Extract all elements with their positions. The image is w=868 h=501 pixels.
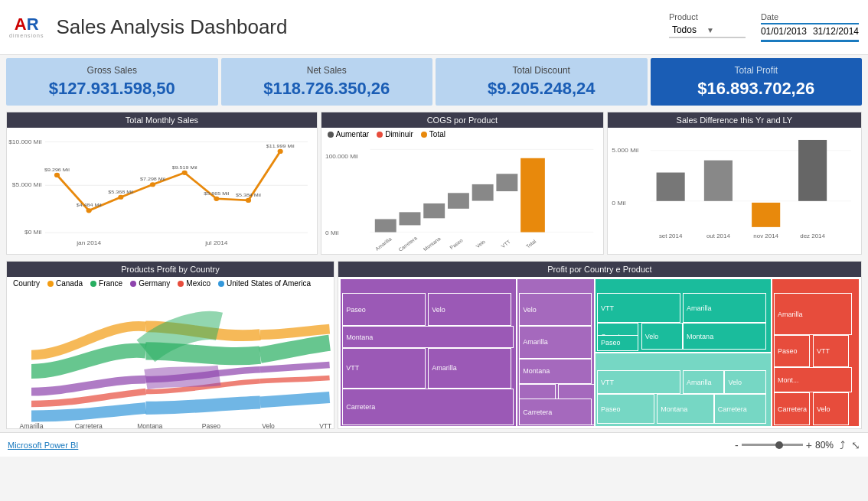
treemap-germany-amarilla: Amarilla bbox=[519, 326, 592, 359]
kpi-row: Gross Sales $127.931.598,50 Net Sales $1… bbox=[0, 55, 868, 109]
monthly-sales-svg: $10.000 Mil $5.000 Mil $0 Mil bbox=[7, 128, 317, 254]
monthly-sales-title: Total Monthly Sales bbox=[7, 112, 317, 128]
svg-text:Montana: Montana bbox=[422, 236, 442, 252]
svg-text:Velo: Velo bbox=[262, 422, 275, 428]
share-icon[interactable]: ⤴ bbox=[840, 439, 845, 451]
treemap-france-paseo: Paseo bbox=[342, 293, 426, 326]
svg-text:$0 Mil: $0 Mil bbox=[24, 229, 41, 236]
svg-rect-46 bbox=[656, 173, 684, 201]
svg-text:Total: Total bbox=[524, 239, 537, 249]
svg-text:0 Mil: 0 Mil bbox=[325, 229, 339, 236]
kpi-total-discount: Total Discount $9.205.248,24 bbox=[436, 58, 648, 106]
svg-text:dez 2014: dez 2014 bbox=[800, 233, 825, 239]
legend-aumentar: Aumentar bbox=[328, 130, 369, 138]
product-filter-value: Todos bbox=[672, 24, 706, 35]
kpi-net-sales: Net Sales $118.726.350,26 bbox=[221, 58, 433, 106]
svg-point-6 bbox=[54, 173, 60, 177]
svg-text:$5.384 Mil: $5.384 Mil bbox=[236, 192, 261, 197]
kpi-total-profit: Total Profit $16.893.702,26 bbox=[651, 58, 863, 106]
svg-point-12 bbox=[246, 198, 251, 203]
profit-country-title: Products Profit by Country bbox=[7, 262, 334, 277]
usa-icon bbox=[218, 281, 224, 287]
treemap-france-vtt: VTT bbox=[342, 348, 426, 388]
treemap-mexico-velo: Velo bbox=[813, 392, 850, 425]
cogs-body: 100.000 Mil 0 Mil Amarilla Carretera Mo bbox=[321, 141, 603, 254]
treemap-usa-montana: Montana bbox=[657, 394, 714, 424]
treemap-germany-velo: Velo bbox=[519, 293, 592, 326]
svg-text:Montana: Montana bbox=[137, 422, 162, 428]
svg-text:Paseo: Paseo bbox=[449, 237, 464, 250]
treemap-germany-montana: Montana bbox=[519, 359, 592, 384]
svg-text:Amarilla: Amarilla bbox=[374, 236, 393, 252]
treemap-cells: France Paseo Velo Montana VTT bbox=[340, 278, 860, 427]
legend-canada: Canada bbox=[47, 279, 83, 288]
footer-controls: - + 80% ⤴ ⤡ bbox=[735, 439, 860, 451]
treemap-canada-amarilla: Amarilla bbox=[683, 293, 766, 323]
svg-text:$5.000 Mil: $5.000 Mil bbox=[12, 182, 42, 188]
svg-rect-33 bbox=[496, 174, 517, 191]
fullscreen-icon[interactable]: ⤡ bbox=[851, 439, 860, 451]
svg-text:100.000 Mil: 100.000 Mil bbox=[325, 153, 358, 159]
legend-germany: Germany bbox=[130, 279, 170, 288]
kpi-gross-sales: Gross Sales $127.931.598,50 bbox=[6, 58, 218, 106]
legend-total: Total bbox=[421, 130, 445, 138]
svg-text:out 2014: out 2014 bbox=[706, 233, 730, 239]
treemap-usa-amarilla: Amarilla bbox=[683, 370, 724, 394]
logo-ar: AR dimensions bbox=[9, 16, 44, 38]
zoom-thumb bbox=[775, 441, 783, 449]
kpi-gross-sales-value: $127.931.598,50 bbox=[49, 79, 175, 99]
country-label: Country bbox=[13, 279, 40, 288]
svg-rect-49 bbox=[798, 140, 827, 201]
treemap-body: France Paseo Velo Montana VTT bbox=[338, 277, 861, 428]
sales-diff-title: Sales Difference this Yr and LY bbox=[608, 112, 861, 128]
treemap-canada-vtt: VTT bbox=[597, 293, 680, 323]
cogs-title: COGS por Product bbox=[321, 112, 603, 128]
profit-country-chart: Products Profit by Country Country Canad… bbox=[6, 261, 334, 429]
legend-diminuir: Diminuir bbox=[377, 130, 413, 138]
date-end: 31/12/2014 bbox=[813, 26, 859, 37]
date-range-inputs: 01/01/2013 31/12/2014 bbox=[761, 26, 859, 37]
svg-text:jan 2014: jan 2014 bbox=[76, 239, 102, 246]
powerbi-link[interactable]: Microsoft Power BI bbox=[8, 441, 78, 450]
zoom-minus-button[interactable]: - bbox=[735, 439, 739, 451]
chevron-down-icon: ▼ bbox=[706, 26, 741, 34]
date-filter-label: Date bbox=[761, 12, 859, 24]
zoom-plus-button[interactable]: + bbox=[806, 439, 812, 451]
zoom-control: - + 80% bbox=[735, 439, 834, 451]
svg-rect-47 bbox=[704, 161, 733, 201]
svg-text:Carretera: Carretera bbox=[75, 422, 103, 428]
cogs-svg: 100.000 Mil 0 Mil Amarilla Carretera Mo bbox=[321, 141, 603, 254]
product-filter-group: Product Todos ▼ bbox=[669, 12, 746, 38]
filter-area: Product Todos ▼ Date 01/01/2013 31/12/20… bbox=[669, 12, 859, 42]
germany-icon bbox=[130, 281, 136, 287]
svg-point-10 bbox=[182, 171, 188, 175]
logo-a: A bbox=[15, 15, 27, 34]
svg-text:$7.298 Mil: $7.298 Mil bbox=[140, 177, 165, 181]
svg-rect-28 bbox=[375, 219, 396, 232]
product-filter-select[interactable]: Todos ▼ bbox=[669, 23, 746, 38]
treemap-mexico-mont: Mont... bbox=[774, 367, 852, 392]
svg-text:VTT: VTT bbox=[319, 422, 331, 428]
treemap-canada-paseo: Paseo bbox=[597, 335, 638, 351]
treemap-canada-montana: Montana bbox=[683, 323, 766, 350]
kpi-gross-sales-title: Gross Sales bbox=[87, 65, 137, 76]
date-start: 01/01/2013 bbox=[761, 26, 807, 37]
zoom-slider[interactable] bbox=[742, 444, 803, 446]
svg-text:$5.865 Mil: $5.865 Mil bbox=[204, 190, 229, 195]
logo-r: R bbox=[27, 15, 39, 34]
sales-diff-body: 5.000 Mil 0 Mil set 2014 out 2014 nov 20… bbox=[608, 128, 861, 254]
svg-rect-30 bbox=[423, 203, 445, 218]
legend-total-label: Total bbox=[429, 130, 445, 138]
legend-mexico: Mexico bbox=[178, 279, 210, 288]
svg-text:jul 2014: jul 2014 bbox=[204, 239, 228, 246]
kpi-net-sales-title: Net Sales bbox=[307, 65, 347, 76]
svg-text:VTT: VTT bbox=[500, 239, 511, 249]
kpi-total-profit-title: Total Profit bbox=[734, 65, 778, 76]
treemap-panel: Profit por Country e Product France Pase… bbox=[338, 261, 862, 429]
aumentar-icon bbox=[328, 132, 334, 138]
svg-rect-32 bbox=[472, 184, 493, 201]
svg-point-9 bbox=[150, 182, 155, 187]
profit-country-body: Amarilla Carretera Montana Paseo Velo VT… bbox=[7, 290, 334, 428]
svg-text:$10.000 Mil: $10.000 Mil bbox=[8, 138, 41, 145]
date-range-slider[interactable] bbox=[761, 40, 859, 42]
